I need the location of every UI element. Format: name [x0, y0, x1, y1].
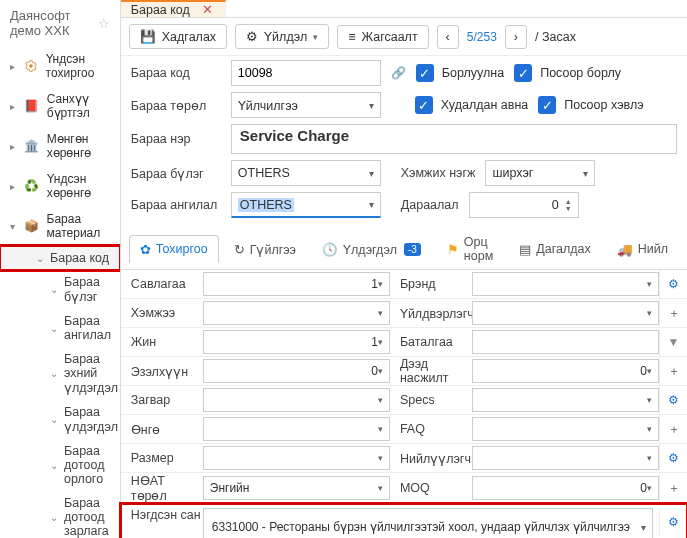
book-icon: 📕: [24, 98, 39, 114]
code-input[interactable]: [231, 60, 381, 86]
select-value: OTHERS: [238, 166, 290, 180]
sidebar-item[interactable]: ⌄Бараа ангилал: [0, 309, 120, 347]
row-settings-button[interactable]: ⚙: [659, 444, 687, 472]
link-icon[interactable]: 🔗: [391, 66, 406, 80]
subtab-balance[interactable]: 🕓Үлдэгдэл-3: [311, 235, 432, 263]
sidebar-item-label: Бараа ангилал: [64, 314, 111, 342]
stepper-down-icon[interactable]: ▼: [565, 205, 572, 212]
sidebar-item-product-code[interactable]: ⌄ Бараа код: [0, 246, 120, 270]
faq-field[interactable]: ▾: [472, 417, 659, 441]
subtab-transactions[interactable]: ↻Гүйлгээ: [223, 235, 307, 263]
order-value: 0: [552, 198, 559, 212]
grid-label: Specs: [390, 393, 472, 407]
checkbox-checked-icon: ✓: [538, 96, 556, 114]
chevron-down-icon: ▾: [369, 168, 374, 179]
sidebar-group-cash[interactable]: ▸ 🏛️ Мөнгөн хөрөнгө: [0, 126, 120, 166]
class-select[interactable]: OTHERS▾: [231, 192, 381, 218]
unit-select[interactable]: ширхэг▾: [485, 160, 595, 186]
brand-field[interactable]: ▾: [472, 272, 659, 296]
next-button[interactable]: ›: [505, 25, 527, 49]
row-settings-button[interactable]: ⚙: [659, 386, 687, 414]
type-select[interactable]: Үйлчилгээ▾: [231, 92, 381, 118]
pin-icon[interactable]: ☆: [98, 16, 110, 31]
chevron-down-icon: ▾: [378, 395, 383, 405]
subtab-settings[interactable]: ✿Тохиргоо: [129, 235, 219, 263]
check-sell[interactable]: ✓Борлуулна: [416, 64, 504, 82]
grid-label: MOQ: [390, 481, 472, 495]
sidebar-group-material[interactable]: ▾ 📦 Бараа материал: [0, 206, 120, 246]
sidebar-item[interactable]: ⌄Бараа үлдэгдэл: [0, 400, 120, 439]
noat-field[interactable]: Энгийн▾: [203, 476, 390, 500]
warranty-field[interactable]: [472, 330, 659, 354]
subtab-recipe[interactable]: ⚑Орц норм: [436, 228, 504, 269]
caret-icon: ⌄: [50, 512, 58, 523]
hemjee-field[interactable]: ▾: [203, 301, 390, 325]
chevron-down-icon: ▾: [378, 279, 383, 289]
label-order: Дараалал: [401, 198, 459, 212]
label-unified: Нэгдсэн сан: [121, 508, 203, 522]
sidebar-item-label: Бараа үлдэгдэл: [64, 405, 118, 434]
check-pos-print[interactable]: ✓Посоор хэвлэ: [538, 96, 643, 114]
row-settings-button[interactable]: ⚙: [659, 508, 687, 536]
row-add-button[interactable]: ＋: [659, 357, 687, 385]
row-add-button[interactable]: ＋: [659, 415, 687, 443]
chevron-down-icon: ▾: [647, 308, 652, 318]
tab-product-code[interactable]: Бараа код ✕: [121, 0, 226, 17]
row-filter-button[interactable]: ▼: [659, 328, 687, 356]
sidebar-group-finance[interactable]: ▸ 📕 Санхүү бүртгэл: [0, 86, 120, 126]
grid-label: Баталгаа: [390, 335, 472, 349]
unified-select[interactable]: 6331000 - Рестораны бүрэн үйлчилгээтэй х…: [203, 508, 653, 538]
savlagaa-field[interactable]: 1▾: [203, 272, 390, 296]
save-button[interactable]: 💾Хадгалах: [129, 24, 227, 49]
caret-icon: ▸: [10, 101, 16, 112]
age-field[interactable]: 0▾: [472, 359, 659, 383]
check-pos-sell[interactable]: ✓Посоор борлу: [514, 64, 621, 82]
order-input[interactable]: 0▲▼: [469, 192, 579, 218]
manu-field[interactable]: ▾: [472, 301, 659, 325]
list-button[interactable]: ≡Жагсаалт: [337, 25, 428, 49]
sidebar-item[interactable]: ⌄Бараа бүлэг: [0, 270, 120, 309]
field-value: 0: [210, 364, 378, 378]
sidebar-item-label: Бараа код: [50, 251, 109, 265]
ezelhvvn-field[interactable]: 0▾: [203, 359, 390, 383]
caret-icon: ⌄: [50, 323, 58, 334]
sidebar-item[interactable]: ⌄Бараа дотоод орлого: [0, 439, 120, 491]
sidebar-group-settings[interactable]: ▸ Үндсэн тохиргоо: [0, 46, 120, 86]
check-label: Посоор борлу: [540, 66, 621, 80]
subtab-supply[interactable]: 🚚Нийл: [606, 235, 679, 263]
chevron-down-icon: ▾: [647, 279, 652, 289]
stepper-up-icon[interactable]: ▲: [565, 198, 572, 205]
tab-bar: Бараа код ✕: [121, 0, 687, 18]
sidebar-item[interactable]: ⌄Бараа эхний үлдэгдэл: [0, 347, 120, 400]
grid-label: Дээд насжилт: [390, 357, 472, 385]
chevron-down-icon: ▾: [647, 483, 652, 493]
sidebar-item[interactable]: ⌄Бараа дотоод зарлага: [0, 491, 120, 538]
sidebar-group-asset[interactable]: ▸ ♻️ Үндсэн хөрөнгө: [0, 166, 120, 206]
supply-field[interactable]: ▾: [472, 446, 659, 470]
name-input[interactable]: Service Charge: [231, 124, 677, 154]
action-button[interactable]: ⚙Үйлдэл▾: [235, 24, 329, 49]
subtab-related[interactable]: ▤Дагалдах: [508, 235, 601, 263]
moq-field[interactable]: 0▾: [472, 476, 659, 500]
subtab-label: Үлдэгдэл: [343, 242, 397, 257]
jin-field[interactable]: 1▾: [203, 330, 390, 354]
unified-value: 6331000 - Рестораны бүрэн үйлчилгээтэй х…: [212, 520, 630, 534]
row-settings-button[interactable]: ⚙: [659, 270, 687, 298]
checkbox-checked-icon: ✓: [514, 64, 532, 82]
row-add-button[interactable]: ＋: [659, 474, 687, 502]
refresh-icon: ↻: [234, 242, 245, 257]
row-add-button[interactable]: ＋: [659, 299, 687, 327]
razmer-field[interactable]: ▾: [203, 446, 390, 470]
zagvar-field[interactable]: ▾: [203, 388, 390, 412]
caret-icon: ▸: [10, 61, 16, 72]
specs-field[interactable]: ▾: [472, 388, 659, 412]
chevron-down-icon: ▾: [378, 366, 383, 376]
group-select[interactable]: OTHERS▾: [231, 160, 381, 186]
chevron-down-icon: ▾: [313, 32, 318, 42]
caret-icon: ⌄: [50, 460, 58, 471]
check-buy[interactable]: ✓Худалдан авна: [415, 96, 529, 114]
ongo-field[interactable]: ▾: [203, 417, 390, 441]
prev-button[interactable]: ‹: [437, 25, 459, 49]
chevron-right-icon: ›: [514, 30, 518, 44]
close-icon[interactable]: ✕: [200, 2, 215, 17]
